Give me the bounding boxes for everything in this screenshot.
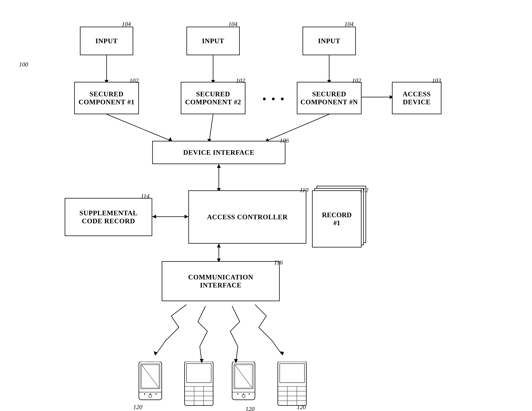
securedN-label: SECURED COMPONENT #N (300, 90, 358, 106)
secured1-label: SECURED COMPONENT #1 (79, 90, 134, 106)
input1-box: INPUT (80, 27, 133, 55)
ref-114: 114 (141, 193, 150, 200)
svg-rect-41 (185, 362, 213, 405)
record-front-box: RECORD #1 (312, 190, 361, 247)
ref-110: 110 (300, 186, 308, 194)
ref-100-label: 100 (19, 61, 28, 68)
svg-marker-29 (280, 352, 284, 356)
mobile4 (276, 362, 314, 411)
svg-point-33 (149, 394, 152, 398)
input2-label: INPUT (202, 37, 224, 45)
svg-rect-63 (280, 364, 304, 383)
secured2-box: SECURED COMPONENT #2 (181, 82, 246, 114)
diagram: 100 INPUT 104 INPUT 104 INPUT 104 SECURE… (0, 0, 532, 411)
secured2-label: SECURED COMPONENT #2 (185, 90, 241, 106)
svg-point-54 (242, 394, 245, 398)
input1-label: INPUT (95, 37, 118, 45)
ref-120d: 120 (297, 404, 306, 411)
ref-102c: 102 (352, 77, 361, 84)
svg-point-35 (144, 393, 145, 395)
svg-marker-26 (154, 351, 158, 356)
svg-rect-62 (278, 362, 306, 405)
ref-104c: 104 (344, 20, 353, 28)
ref-120a: 120 (133, 404, 142, 411)
mobile2 (183, 362, 221, 411)
securedN-box: SECURED COMPONENT #N (297, 82, 361, 114)
ref-102a: 102 (129, 77, 139, 84)
svg-line-8 (209, 114, 213, 141)
svg-point-36 (150, 393, 151, 395)
device-interface-box: DEVICE INTERFACE (152, 141, 285, 164)
secured1-box: SECURED COMPONENT #1 (74, 82, 139, 114)
svg-point-56 (237, 393, 238, 395)
svg-line-61 (235, 365, 252, 388)
svg-point-58 (249, 393, 250, 395)
svg-point-37 (155, 393, 157, 395)
ref-104a: 104 (122, 20, 131, 28)
svg-line-10 (266, 114, 329, 141)
comm-interface-label: COMMUNICATION INTERFACE (188, 273, 253, 289)
ref-102b: 102 (236, 77, 245, 84)
record-stack: RECORD #1 (312, 190, 371, 253)
ref-112: 112 (360, 186, 368, 194)
svg-line-6 (106, 114, 171, 141)
comm-interface-box: COMMUNICATION INTERFACE (162, 261, 280, 301)
access-device-label: ACCESS DEVICE (403, 90, 431, 106)
svg-marker-19 (152, 215, 156, 218)
ellipsis: • • • (263, 93, 285, 105)
access-controller-label: ACCESS CONTROLLER (207, 213, 288, 221)
svg-point-57 (243, 393, 244, 395)
input3-label: INPUT (318, 37, 340, 45)
ref-120c: 120 (246, 405, 255, 411)
supplemental-code-label: SUPPLEMENTAL CODE RECORD (79, 209, 137, 225)
svg-rect-42 (186, 364, 211, 383)
input3-box: INPUT (303, 27, 356, 55)
ref-103: 103 (432, 77, 441, 84)
ref-106: 106 (280, 137, 289, 144)
svg-marker-18 (185, 215, 188, 218)
record1-label: RECORD #1 (322, 211, 352, 227)
device-interface-label: DEVICE INTERFACE (183, 148, 254, 157)
input2-box: INPUT (186, 27, 240, 55)
access-controller-box: ACCESS CONTROLLER (188, 190, 306, 244)
ref-116: 116 (274, 259, 283, 266)
mobile3 (228, 362, 266, 411)
supplemental-code-box: SUPPLEMENTAL CODE RECORD (65, 198, 152, 236)
ref-104b: 104 (228, 20, 238, 28)
access-device-box: ACCESS DEVICE (392, 82, 441, 114)
svg-line-40 (142, 365, 159, 388)
svg-marker-16 (217, 164, 221, 168)
svg-marker-25 (217, 244, 221, 247)
